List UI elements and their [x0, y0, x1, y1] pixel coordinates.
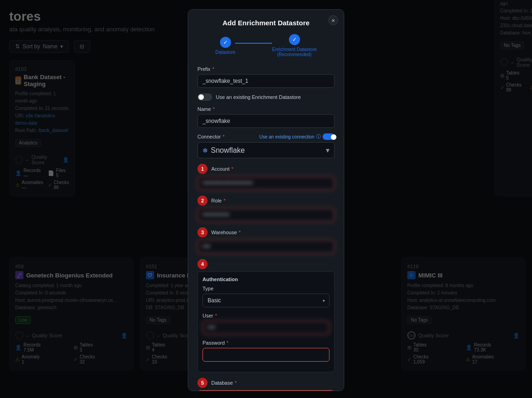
- role-input[interactable]: [197, 208, 335, 222]
- account-input[interactable]: [197, 176, 335, 190]
- password-input[interactable]: [202, 348, 330, 362]
- step-badge-1: 1: [197, 164, 208, 174]
- warehouse-label: Warehouse *: [211, 230, 241, 235]
- prefix-input[interactable]: [197, 74, 335, 88]
- step-datastore: ✓ Datastore: [215, 37, 235, 55]
- name-label: Name *: [197, 106, 335, 112]
- modal-overlay: × Add Enrichment Datastore ✓ Datastore ✓…: [0, 0, 532, 398]
- connector-label: Connector *: [197, 134, 225, 139]
- password-label: Password *: [202, 340, 330, 346]
- step-badge-3: 3: [197, 227, 208, 237]
- step-2-label: Enrichment Datastore(Recommended): [272, 47, 317, 57]
- step-line: [235, 43, 272, 44]
- info-icon: ⓘ: [316, 133, 321, 140]
- name-input[interactable]: [197, 114, 335, 128]
- account-label: Account *: [211, 166, 233, 172]
- toggle-row: Use an existing Enrichment Datastore: [197, 93, 335, 101]
- prefix-label: Prefix *: [197, 66, 335, 72]
- step-badge-4: 4: [197, 259, 208, 269]
- toggle-label: Use an existing Enrichment Datastore: [216, 94, 301, 100]
- database-label: Database *: [211, 380, 237, 386]
- role-label: Role *: [211, 198, 226, 203]
- auth-title: Authentication: [202, 277, 330, 282]
- use-existing-toggle[interactable]: [323, 133, 335, 140]
- close-button[interactable]: ×: [328, 15, 338, 25]
- auth-section: Authentication Type Basic ▾ User * Passw…: [197, 271, 335, 372]
- step-badge-5: 5: [197, 378, 208, 388]
- modal-title: Add Enrichment Datastore: [197, 19, 335, 27]
- use-existing-link[interactable]: Use an existing connection ⓘ: [259, 133, 335, 140]
- connector-select[interactable]: ❄ Snowflake ▾: [197, 142, 335, 158]
- step-1-label: Datastore: [215, 50, 235, 55]
- database-input[interactable]: [197, 390, 335, 391]
- step-enrichment: ✓ Enrichment Datastore(Recommended): [272, 34, 317, 57]
- auth-type-label: Type: [202, 286, 330, 291]
- connector-value: Snowflake: [211, 146, 245, 155]
- chevron-down-icon: ▾: [326, 146, 330, 155]
- step-badge-2: 2: [197, 196, 208, 206]
- step-1-circle: ✓: [220, 37, 231, 48]
- auth-type-select-wrapper: Basic ▾: [202, 294, 330, 307]
- step-2-circle: ✓: [289, 34, 300, 45]
- existing-toggle[interactable]: [197, 93, 212, 101]
- snowflake-icon: ❄: [202, 147, 208, 154]
- warehouse-input[interactable]: [197, 240, 335, 254]
- modal: × Add Enrichment Datastore ✓ Datastore ✓…: [188, 9, 344, 391]
- user-label: User *: [202, 313, 330, 318]
- auth-type-select[interactable]: Basic: [202, 294, 330, 307]
- stepper: ✓ Datastore ✓ Enrichment Datastore(Recom…: [197, 34, 335, 57]
- user-input[interactable]: [202, 321, 330, 335]
